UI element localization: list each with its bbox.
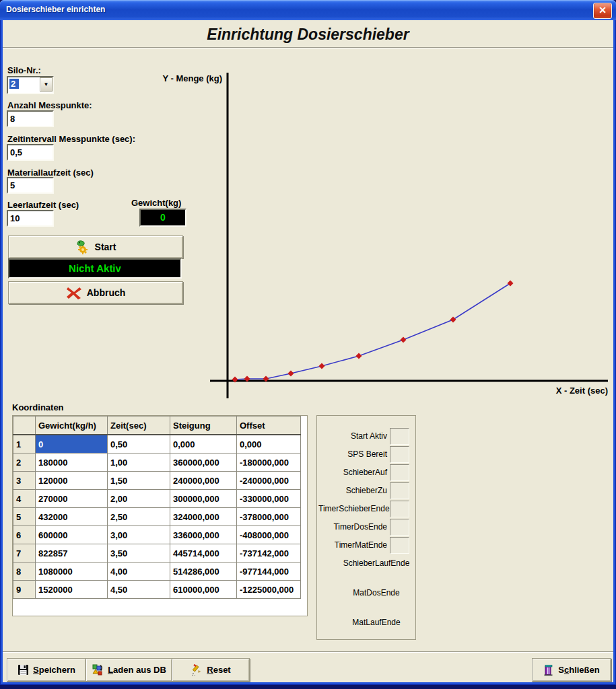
table-cell[interactable]: 3,00 [108, 526, 170, 544]
table-cell[interactable]: 600000 [36, 526, 108, 544]
table-cell[interactable]: 610000,000 [170, 581, 237, 599]
anzahl-label: Anzahl Messpunkte: [7, 100, 92, 110]
row-number-cell: 7 [13, 544, 36, 563]
table-row: 42700002,00300000,000-330000,000 [13, 490, 301, 508]
koordinaten-section-label: Koordinaten [12, 402, 64, 412]
materiallaufzeit-input[interactable] [7, 177, 54, 194]
koordinaten-table: Gewicht(kg/h)Zeit(sec)SteigungOffset 100… [13, 416, 301, 599]
gewicht-display: 0 [139, 209, 186, 227]
table-cell[interactable]: 1520000 [36, 581, 108, 599]
table-cell[interactable]: 324000,000 [170, 508, 237, 526]
table-cell[interactable]: 4,00 [108, 563, 170, 581]
schliessen-button[interactable]: Schließen [532, 658, 611, 682]
status-indicator-box [390, 428, 409, 445]
laden-aus-db-button[interactable]: Laden aus DB [85, 658, 172, 682]
table-cell[interactable]: 2,50 [108, 508, 170, 526]
anzahl-input[interactable] [7, 110, 54, 127]
table-row: 66000003,00336000,000-408000,000 [13, 526, 301, 544]
status-label: SchieberZu [318, 486, 387, 495]
col-header-rownum [13, 416, 36, 435]
window-title: Dosierschieber einrichten [6, 5, 105, 14]
table-cell[interactable]: -977144,000 [237, 563, 301, 581]
leerlaufzeit-input[interactable] [7, 210, 54, 227]
table-cell[interactable]: -240000,000 [237, 472, 301, 490]
table-row: 54320002,50324000,000-378000,000 [13, 508, 301, 526]
table-cell[interactable]: 120000 [36, 472, 108, 490]
close-icon: ✕ [598, 5, 607, 15]
table-cell[interactable]: -737142,000 [237, 544, 301, 563]
y-axis-label: Y - Menge (kg) [144, 73, 222, 83]
start-button[interactable]: Start [8, 235, 183, 258]
table-cell[interactable]: 4,50 [108, 581, 170, 599]
table-cell[interactable]: -330000,000 [237, 490, 301, 508]
footer-divider [3, 651, 613, 653]
abbruch-button-label: Abbruch [87, 287, 126, 298]
floppy-icon [18, 664, 29, 676]
table-cell[interactable]: 514286,000 [170, 563, 237, 581]
titlebar[interactable]: Dosierschieber einrichten ✕ [0, 0, 616, 20]
table-cell[interactable]: 0,000 [170, 435, 237, 454]
table-cell[interactable]: 1,00 [108, 454, 170, 472]
status-label: TimerDosEnde [318, 522, 387, 532]
col-header-Steigung: Steigung [170, 416, 237, 435]
table-cell[interactable]: 432000 [36, 508, 108, 526]
table-cell[interactable]: 0,50 [108, 435, 170, 454]
status-label-plain: MatLaufEnde [337, 618, 415, 627]
speichern-button[interactable]: Speichern [7, 658, 86, 682]
koordinaten-grid: Gewicht(kg/h)Zeit(sec)SteigungOffset 100… [12, 415, 308, 616]
table-cell[interactable]: 180000 [36, 454, 108, 472]
status-label: SPS Bereit [318, 449, 387, 459]
table-row: 78228573,50445714,000-737142,000 [13, 544, 301, 563]
table-cell[interactable]: 1,50 [108, 472, 170, 490]
leerlaufzeit-label: Leerlaufzeit (sec) [7, 200, 79, 210]
page-title: Einrichtung Dosierschieber [3, 26, 613, 44]
table-cell[interactable]: 2,00 [108, 490, 170, 508]
status-indicator-box [390, 482, 409, 499]
table-cell[interactable]: 270000 [36, 490, 108, 508]
status-display: Nicht Aktiv [8, 258, 182, 279]
pencil-eraser-icon [191, 664, 203, 676]
table-cell[interactable]: 336000,000 [170, 526, 237, 544]
row-number-cell: 5 [13, 508, 36, 526]
table-cell[interactable]: -378000,000 [237, 508, 301, 526]
reset-button[interactable]: Reset [172, 658, 250, 682]
table-cell[interactable]: 0 [36, 435, 108, 454]
table-row: 100,500,0000,000 [13, 435, 301, 454]
close-button[interactable]: ✕ [593, 3, 612, 19]
start-gear-icon [75, 240, 90, 254]
row-number-cell: 3 [13, 472, 36, 490]
status-label: SchieberAuf [318, 468, 387, 477]
table-row: 810800004,00514286,000-977144,000 [13, 563, 301, 581]
table-cell[interactable]: 1080000 [36, 563, 108, 581]
status-label: TimerMatEnde [318, 540, 387, 550]
table-cell[interactable]: 445714,000 [170, 544, 237, 563]
table-cell[interactable]: 300000,000 [170, 490, 237, 508]
table-cell[interactable]: -408000,000 [237, 526, 301, 544]
status-row: SchieberAuf [317, 464, 415, 480]
silo-select[interactable]: 2 ▼ [7, 76, 54, 94]
red-x-icon [66, 286, 82, 299]
dialog-client-area: Einrichtung Dosierschieber Silo-Nr.: 2 ▼… [3, 20, 613, 682]
status-panel: Start AktivSPS BereitSchieberAufSchieber… [316, 415, 416, 640]
status-label-plain: MatDosEnde [337, 588, 415, 597]
row-number-cell: 6 [13, 526, 36, 544]
zeitintervall-label: Zeitintervall Messpunkte (sec): [7, 134, 135, 144]
table-cell[interactable]: -1225000,000 [237, 581, 301, 599]
exit-door-icon [543, 664, 554, 676]
start-button-label: Start [95, 242, 116, 252]
table-cell[interactable]: 240000,000 [170, 472, 237, 490]
table-cell[interactable]: 822857 [36, 544, 108, 563]
row-number-cell: 1 [13, 435, 36, 454]
status-row: TimerMatEnde [317, 537, 415, 553]
table-cell[interactable]: 0,000 [237, 435, 301, 454]
table-cell[interactable]: 360000,000 [170, 454, 237, 472]
chevron-down-icon[interactable]: ▼ [40, 77, 53, 92]
table-row: 31200001,50240000,000-240000,000 [13, 472, 301, 490]
table-cell[interactable]: 3,50 [108, 544, 170, 563]
status-row: Start Aktiv [317, 428, 415, 444]
gewicht-label: Gewicht(kg) [131, 198, 181, 208]
abbruch-button[interactable]: Abbruch [8, 281, 183, 304]
table-cell[interactable]: -180000,000 [237, 454, 301, 472]
zeitintervall-input[interactable] [7, 144, 54, 161]
row-number-cell: 4 [13, 490, 36, 508]
